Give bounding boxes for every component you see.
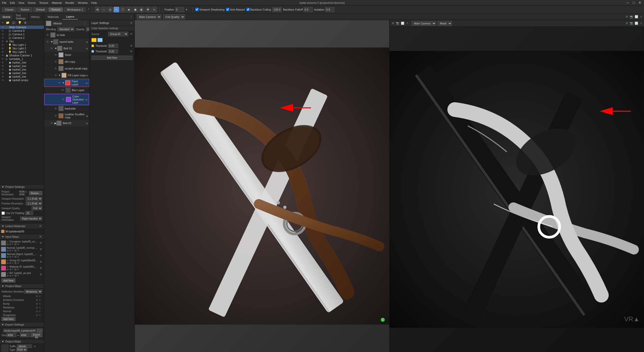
tree-sky-light-1[interactable]: 👁 💡 Sky Light 1 bbox=[0, 43, 44, 47]
tool-fill[interactable]: ⬡ bbox=[120, 7, 125, 12]
pm-close-icon[interactable]: ✕ bbox=[39, 314, 41, 316]
tree-sky[interactable]: 👁 ☀ Sky bbox=[0, 40, 44, 43]
pm-close-icon[interactable]: ✕ bbox=[39, 310, 41, 313]
map-edit[interactable]: ✏ bbox=[12, 262, 14, 264]
size-input-1[interactable] bbox=[6, 333, 16, 337]
albedo-menu-btn[interactable]: ⋮ bbox=[83, 21, 87, 25]
vp-fullscreen-icon[interactable]: ↗ bbox=[640, 15, 642, 18]
project-maps-header[interactable]: ▼ Project Maps bbox=[0, 284, 44, 289]
eye-icon[interactable]: 👁 bbox=[54, 53, 58, 56]
right-vp-camera-icon[interactable]: 📷 bbox=[630, 22, 633, 25]
eye-icon[interactable]: 👁 bbox=[50, 47, 54, 50]
eye-icon[interactable]: 👁 bbox=[1, 44, 5, 46]
tab-scene[interactable]: Scene bbox=[0, 14, 13, 19]
viewport-shading-check[interactable]: Viewport Shadowing bbox=[195, 8, 224, 11]
close-input-maps-btn[interactable]: ✕ bbox=[38, 235, 42, 239]
pm-close-icon[interactable]: ✕ bbox=[39, 302, 41, 305]
workspace-classic[interactable]: Classic bbox=[2, 7, 16, 12]
layer-backside[interactable]: 👁 backside bbox=[44, 105, 89, 112]
eye-icon[interactable]: 👁 bbox=[1, 72, 5, 75]
left-panel-tabs[interactable]: Scene Tool Settings History ⋮ bbox=[0, 14, 44, 20]
eye-icon[interactable]: 👁 bbox=[1, 61, 5, 64]
left-panel-menu[interactable]: ⋮ bbox=[42, 15, 44, 19]
layer-blur[interactable]: 👁 ○ Blur Layer bbox=[44, 87, 89, 94]
source-select[interactable]: Group ID bbox=[108, 32, 128, 36]
pm-settings-icon[interactable]: ⚙ bbox=[36, 314, 38, 316]
tool-move[interactable]: ✥ bbox=[145, 7, 151, 12]
tool-eraser[interactable]: ◎ bbox=[107, 7, 113, 12]
map-curvature[interactable]: ✓ Curvature: lupita95_curve.psd ⊕ ⊕ ✏ ⛓ … bbox=[0, 240, 44, 246]
eye-icon[interactable]: 👁 bbox=[1, 75, 5, 78]
backface-value-input[interactable] bbox=[272, 7, 281, 12]
eye-icon[interactable]: 👁 bbox=[50, 122, 54, 125]
map-actions[interactable]: ⊕ ⊕ ✏ ⛓ ✕ bbox=[7, 274, 38, 277]
project-settings-header[interactable]: ▼ Project Settings bbox=[0, 184, 44, 189]
eye-icon[interactable]: 👁 bbox=[1, 33, 5, 36]
map-close[interactable]: ✕ bbox=[17, 268, 19, 271]
pm-close-icon[interactable]: ✕ bbox=[39, 306, 41, 309]
tree-turntable[interactable]: 👁 ▷ turntable_1 bbox=[0, 57, 44, 61]
map-link[interactable]: ⛓ bbox=[14, 262, 17, 264]
opacity-input[interactable] bbox=[86, 27, 89, 31]
feather-dropdown-icon[interactable]: ▼ bbox=[185, 8, 188, 11]
minimize-button[interactable]: ─ bbox=[625, 1, 630, 5]
tool-lasso[interactable]: ∿ bbox=[151, 7, 157, 12]
pm-close-icon[interactable]: ✕ bbox=[39, 295, 41, 298]
left-cam-select[interactable]: Main Camera bbox=[137, 14, 161, 19]
map-actions[interactable]: ⊕ ⊕ ✏ ⛓ ✕ bbox=[7, 256, 38, 258]
size-input-2[interactable] bbox=[20, 333, 30, 337]
eye-icon[interactable]: 👁 bbox=[57, 81, 61, 84]
mask-viewport[interactable]: VR▲ bbox=[390, 27, 644, 352]
pm-settings-icon[interactable]: ⚙ bbox=[36, 310, 38, 313]
map-link[interactable]: ⛓ bbox=[14, 243, 17, 245]
map-remove[interactable]: ✕ bbox=[39, 272, 43, 276]
right-camera-icon[interactable]: 📷 bbox=[396, 22, 399, 25]
pm-settings-icon[interactable]: ⚙ bbox=[36, 302, 38, 305]
map-zoom[interactable]: ⊕ bbox=[7, 268, 9, 271]
tree-sky-light-3[interactable]: 👁 💡 Sky Light 3 bbox=[0, 50, 44, 54]
eye-icon[interactable]: 👁 bbox=[1, 51, 5, 53]
threshold-close-2[interactable]: ✕ bbox=[130, 50, 133, 53]
workspace-add[interactable]: + bbox=[88, 7, 89, 12]
layer-group-sword-belts[interactable]: 👁 ▼ sword belts ◀ bbox=[44, 39, 89, 45]
layer-vis-icon[interactable]: 👁 bbox=[46, 33, 50, 37]
scene-delete-btn[interactable]: 🗑 bbox=[23, 21, 28, 25]
map-link[interactable]: ⛓ bbox=[14, 274, 17, 277]
tab-materials[interactable]: Materials bbox=[44, 14, 62, 19]
source-close[interactable]: ✕ bbox=[130, 32, 133, 36]
right-vp-expand-icon[interactable]: ⬜ bbox=[635, 22, 638, 25]
menu-file[interactable]: File bbox=[2, 1, 7, 4]
map-link[interactable]: ⛓ bbox=[14, 268, 17, 271]
reflection-select[interactable]: Metalness bbox=[24, 290, 42, 294]
tab-history[interactable]: History bbox=[28, 14, 42, 19]
right-vp-icons-right[interactable]: ⚙ 📷 ⬜ ↗ bbox=[626, 22, 642, 25]
tree-camera-2[interactable]: 👁 🎥 Camera 2 bbox=[0, 36, 44, 40]
export-all-btn[interactable]: Export All bbox=[31, 333, 42, 337]
export-settings-header[interactable]: ▼ Export Settings bbox=[0, 322, 44, 327]
map-close[interactable]: ✕ bbox=[17, 274, 19, 277]
add-input-map-btn[interactable]: Add New bbox=[2, 278, 15, 283]
vp-quality-select[interactable]: Full bbox=[31, 206, 42, 210]
expand-icon[interactable]: ▼ bbox=[62, 82, 65, 84]
map-remove[interactable]: ✕ bbox=[39, 254, 43, 258]
menu-render[interactable]: Render bbox=[65, 1, 74, 4]
layer-to-hide[interactable]: 👁 to hide bbox=[44, 32, 89, 39]
eye-icon[interactable]: 👁 bbox=[54, 107, 58, 110]
backface-falloff-input[interactable] bbox=[304, 7, 313, 12]
close-output-btn[interactable]: ✕ bbox=[33, 345, 37, 348]
feather-input[interactable] bbox=[175, 7, 184, 12]
pm-settings-icon[interactable]: ⚙ bbox=[36, 295, 38, 298]
left-quality-select[interactable]: Full Quality bbox=[163, 14, 185, 19]
menu-view[interactable]: View bbox=[18, 1, 24, 4]
right-settings-icon[interactable]: ⚙ bbox=[392, 22, 394, 25]
backface-culling-check[interactable]: Backface Culling bbox=[246, 8, 271, 11]
scene-add-btn[interactable]: + bbox=[1, 21, 4, 25]
map-group-id[interactable]: ✓ Group ID: lupita5BeltIB_vertexcolor.ps… bbox=[0, 259, 44, 265]
layer-scratch[interactable]: 👁 scratch small copy bbox=[44, 65, 89, 72]
tab-layers[interactable]: Layers bbox=[62, 14, 78, 20]
workspace-default[interactable]: Default bbox=[33, 7, 48, 12]
expand-icon[interactable]: ▼ bbox=[58, 74, 61, 77]
uv-padding-check[interactable] bbox=[2, 212, 5, 215]
tool-clone[interactable]: ◈ bbox=[126, 7, 132, 12]
tree-lupita3[interactable]: 👁 ▣ lupita3_low bbox=[0, 68, 44, 71]
